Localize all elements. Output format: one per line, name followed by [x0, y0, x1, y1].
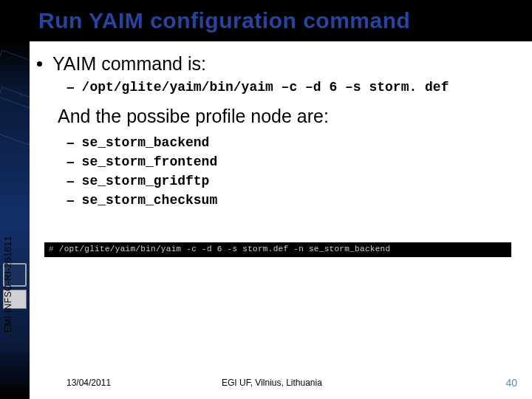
bullet-dot-icon: [37, 61, 42, 66]
dash-icon: –: [66, 79, 75, 95]
profile-row: – se_storm_frontend: [66, 154, 517, 170]
yaim-command: /opt/glite/yaim/bin/yaim –c –d 6 –s stor…: [82, 79, 449, 95]
dash-icon: –: [66, 154, 75, 170]
dash-icon: –: [66, 134, 75, 151]
footer-venue: EGI UF, Vilnius, Lithuania: [222, 378, 322, 388]
footer-date: 13/04/2011: [66, 378, 111, 388]
slide: Run YAIM configuration command EMI INFSO…: [0, 0, 532, 399]
bullet-item: YAIM command is:: [37, 53, 517, 75]
footer: 13/04/2011 EGI UF, Vilnius, Lithuania 40: [0, 374, 532, 392]
terminal-line: # /opt/glite/yaim/bin/yaim -c -d 6 -s st…: [44, 242, 511, 257]
content-area: YAIM command is: – /opt/glite/yaim/bin/y…: [37, 53, 517, 211]
profiles-heading: And the possibe profile node are:: [58, 106, 517, 127]
profile-value: se_storm_frontend: [82, 154, 218, 170]
slide-title: Run YAIM configuration command: [0, 8, 410, 33]
terminal-command: /opt/glite/yaim/bin/yaim -c -d 6 -s stor…: [59, 245, 391, 253]
page-number: 40: [505, 377, 517, 389]
project-code-label: EMI INFSO-RI-261611: [3, 236, 13, 332]
profile-row: – se_storm_backend: [66, 134, 517, 151]
profile-row: – se_storm_checksum: [66, 192, 517, 208]
dash-icon: –: [66, 173, 75, 189]
title-band: Run YAIM configuration command: [0, 0, 532, 41]
profiles-sublist: – se_storm_backend – se_storm_frontend –…: [66, 134, 517, 208]
dash-icon: –: [66, 192, 75, 208]
profile-value: se_storm_checksum: [82, 192, 218, 208]
profile-value: se_storm_gridftp: [82, 173, 210, 189]
profile-row: – se_storm_gridftp: [66, 173, 517, 189]
bullet-text: YAIM command is:: [52, 53, 206, 75]
terminal-prompt: #: [49, 245, 59, 253]
side-strip: [0, 41, 30, 399]
profile-value: se_storm_backend: [82, 134, 210, 151]
command-row: – /opt/glite/yaim/bin/yaim –c –d 6 –s st…: [66, 79, 517, 95]
command-sublist: – /opt/glite/yaim/bin/yaim –c –d 6 –s st…: [66, 79, 517, 95]
